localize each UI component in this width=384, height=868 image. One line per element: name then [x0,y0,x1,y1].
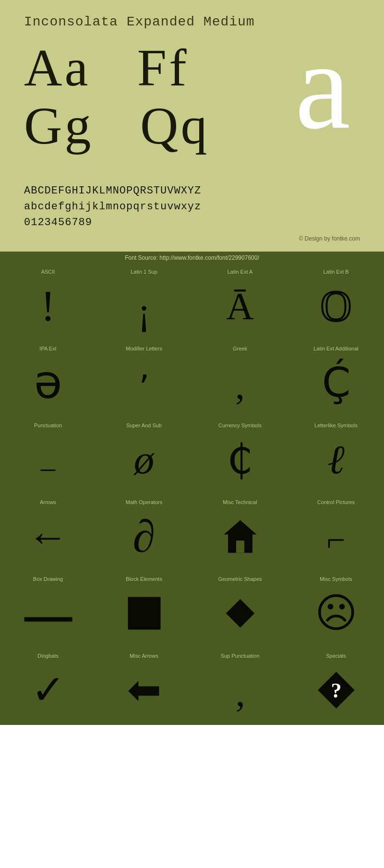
svg-text:?: ? [331,679,341,702]
specimen-chars-row1: Aa Ff [24,39,209,97]
svg-marker-3 [226,599,254,628]
glyph-cell-latin1sup: Latin 1 Sup ¡ [96,264,192,341]
glyph-cell-misctech: Misc Technical [192,494,288,571]
glyph-cell-latinexta: Latin Ext A Ā [192,264,288,341]
glyph-cell-boxdraw: Box Drawing ━━━ [0,571,96,648]
svg-rect-1 [236,541,244,553]
glyph-cell-suppunct: Sup Punctuation ‚ [192,648,288,725]
glyph-cell-blockelems: Block Elements [96,571,192,648]
copyright: © Design by fontke.com [24,235,360,242]
glyph-cell-superandsub: Super And Sub ø [96,418,192,494]
glyph-cell-miscarrows: Misc Arrows ⬅ [96,648,192,725]
specimen-big-a: a [295,29,350,142]
glyph-cell-ascii: ASCII ! [0,264,96,341]
glyph-cell-mathop: Math Operators ∂ [96,494,192,571]
glyph-cell-ipaext: IPA Ext ə [0,341,96,418]
alphabet-lower: abcdefghijklmnopqrstuvwxyz [24,199,360,215]
glyph-cell-ctrlpic: Control Pictures ⌐ [288,494,384,571]
glyph-cell-geomshapes: Geometric Shapes [192,571,288,648]
source-bar: Font Source: http://www.fontke.com/font/… [0,252,384,264]
glyph-cell-dingbats: Dingbats ✓ [0,648,96,725]
glyph-cell-miscsym: Misc Symbols ☹ [288,571,384,648]
glyphs-grid: ASCII ! Latin 1 Sup ¡ Latin Ext A Ā Lati… [0,264,384,725]
glyph-cell-punct: Punctuation – [0,418,96,494]
svg-rect-2 [128,597,160,630]
glyph-cell-letterlike: Letterlike Symbols ℓ [288,418,384,494]
alphabet-upper: ABCDEFGHIJKLMNOPQRSTUVWXYZ [24,183,360,199]
glyph-cell-modletters: Modifier Letters ʼ [96,341,192,418]
glyph-cell-greek: Greek , [192,341,288,418]
glyph-cell-latinextb: Latin Ext B O [288,264,384,341]
glyph-cell-specials: Specials ? [288,648,384,725]
specimen-chars-row2: Gg Qq [24,97,209,155]
glyph-cell-currency: Currency Symbols ₵ [192,418,288,494]
digits: 0123456789 [24,215,360,230]
glyph-cell-latinextadd: Latin Ext Additional Ḉ [288,341,384,418]
glyph-cell-arrows: Arrows ← [0,494,96,571]
